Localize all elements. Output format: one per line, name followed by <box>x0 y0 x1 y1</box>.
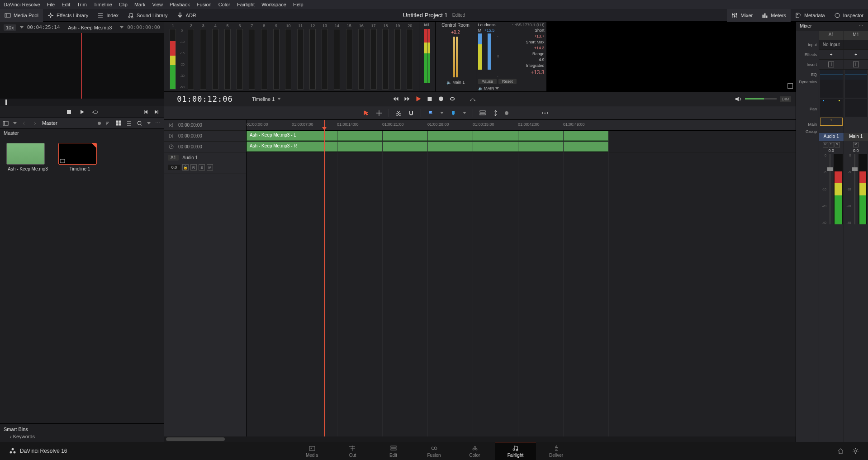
tc-out-row[interactable]: 00:00:00:00 <box>164 131 246 142</box>
record-icon[interactable] <box>438 96 444 102</box>
menu-playback[interactable]: Playback <box>170 2 190 7</box>
timeline-timecode[interactable]: 01:00:12:06 <box>164 95 246 104</box>
rewind-icon[interactable] <box>393 96 398 102</box>
menu-view[interactable]: View <box>152 2 163 7</box>
eq-graph[interactable] <box>820 70 843 80</box>
zoom-level[interactable]: 10x <box>4 24 16 31</box>
tc-in-row[interactable]: 00:00:00:00 <box>164 120 246 131</box>
add-effect-button[interactable]: + <box>819 50 844 60</box>
scrollbar-thumb[interactable] <box>166 437 225 441</box>
loop-icon[interactable] <box>449 96 455 102</box>
mixer-strip-a1[interactable]: A1 No Input + I 1 Audio 1 R S M 0.0 0-5-… <box>819 31 844 442</box>
eq-graph[interactable] <box>845 70 868 80</box>
chevron-down-icon[interactable] <box>20 26 24 28</box>
loop-icon[interactable] <box>92 109 98 115</box>
timeline-playhead[interactable] <box>324 120 325 436</box>
page-tab-fusion[interactable]: Fusion <box>414 442 455 460</box>
dim-button[interactable]: DIM <box>780 96 792 102</box>
metadata-toggle[interactable]: Metadata <box>791 9 830 22</box>
bin-name[interactable]: Master <box>0 128 164 139</box>
page-tab-cut[interactable]: Cut <box>332 442 373 460</box>
flag-icon[interactable] <box>427 110 434 116</box>
menu-file[interactable]: File <box>47 2 55 7</box>
options-icon[interactable]: ⋯ <box>859 23 864 29</box>
current-bin[interactable]: Master <box>42 120 57 126</box>
link-icon[interactable] <box>542 110 548 116</box>
timeline-ruler[interactable]: 01:00:00:0001:00:07:0001:00:14:0001:00:2… <box>247 120 796 131</box>
speaker-icon[interactable] <box>735 96 741 102</box>
next-clip-icon[interactable] <box>153 109 159 115</box>
add-insert-button[interactable]: I <box>844 60 868 70</box>
fader-slider[interactable] <box>852 154 858 224</box>
source-timecode[interactable]: 00:04:25:14 <box>27 24 60 30</box>
timeline-scrollbar[interactable] <box>164 436 796 442</box>
chevron-down-icon[interactable] <box>120 26 123 28</box>
lock-icon[interactable]: 🔒 <box>182 164 189 171</box>
track-lane-a1[interactable]: Ash - Keep Me.mp3 - L Ash - Keep Me.mp3 … <box>247 131 796 152</box>
fader-db[interactable]: 0.0 <box>819 148 844 153</box>
expand-icon[interactable] <box>787 83 793 89</box>
monitor-volume-slider[interactable] <box>745 98 777 100</box>
in-point-marker[interactable] <box>5 100 7 105</box>
media-item-timeline[interactable]: Timeline 1 <box>58 143 101 171</box>
smart-bins-section[interactable]: Smart Bins › Keywords <box>0 423 164 442</box>
menu-help[interactable]: Help <box>293 2 304 7</box>
control-room-output[interactable]: 🔈 Main 1 <box>436 80 476 85</box>
menu-trim[interactable]: Trim <box>77 2 87 7</box>
dot-icon[interactable] <box>505 111 508 115</box>
page-tab-fairlight[interactable]: Fairlight <box>495 442 536 460</box>
crosshair-tool-icon[interactable] <box>376 110 382 116</box>
track-header-a1[interactable]: A1 Audio 1 0.0 🔒 R S M <box>164 152 246 174</box>
menu-app[interactable]: DaVinci Resolve <box>4 2 40 7</box>
marker-icon[interactable] <box>450 110 456 116</box>
add-insert-button[interactable]: I <box>819 60 844 70</box>
fader-db[interactable]: 0.0 <box>844 148 868 153</box>
mute-button[interactable]: M <box>853 142 859 147</box>
solo-button[interactable]: S <box>829 142 834 147</box>
chevron-down-icon[interactable] <box>13 122 17 124</box>
list-view-icon[interactable] <box>126 120 132 126</box>
play-icon[interactable] <box>415 96 421 102</box>
chevron-down-icon[interactable] <box>440 112 444 114</box>
sound-library-toggle[interactable]: Sound Library <box>123 9 172 22</box>
stop-icon[interactable] <box>427 96 432 102</box>
record-arm-button[interactable]: R <box>190 164 197 171</box>
play-icon[interactable] <box>79 109 85 115</box>
strip-name[interactable]: Main 1 <box>844 133 868 141</box>
record-arm-button[interactable]: R <box>823 142 828 147</box>
mute-button[interactable]: M <box>835 142 840 147</box>
tc-dur-row[interactable]: 00:00:00:00 <box>164 142 246 152</box>
loudness-pause-button[interactable]: Pause <box>478 79 497 84</box>
page-tab-edit[interactable]: Edit <box>373 442 414 460</box>
chevron-right-icon[interactable] <box>32 120 38 126</box>
chevron-down-icon[interactable] <box>147 122 151 124</box>
menu-workspace[interactable]: Workspace <box>261 2 286 7</box>
prev-clip-icon[interactable] <box>143 109 149 115</box>
stop-icon[interactable] <box>66 109 72 115</box>
track-name[interactable]: Audio 1 <box>182 155 198 160</box>
dynamics-graph[interactable] <box>820 80 843 98</box>
search-icon[interactable] <box>137 120 142 126</box>
effects-library-toggle[interactable]: Effects Library <box>43 9 93 22</box>
source-scrubber[interactable] <box>0 99 164 106</box>
track-db[interactable]: 0.0 <box>168 165 180 170</box>
menu-edit[interactable]: Edit <box>62 2 70 7</box>
chevron-left-icon[interactable] <box>21 120 27 126</box>
page-tab-color[interactable]: Color <box>455 442 495 460</box>
loudness-reset-button[interactable]: Reset <box>498 79 517 84</box>
home-icon[interactable] <box>837 448 844 455</box>
sort-icon[interactable] <box>105 120 111 126</box>
chevron-down-icon[interactable] <box>463 112 466 114</box>
options-icon[interactable]: ⋯ <box>155 120 161 126</box>
mixer-toggle[interactable]: Mixer <box>727 9 757 22</box>
thumbnail-view-icon[interactable] <box>116 120 122 126</box>
audio-clip-thumbnail[interactable] <box>6 143 45 165</box>
track-layout-icon[interactable] <box>479 110 486 116</box>
pan-graph[interactable] <box>845 99 868 117</box>
source-playhead[interactable] <box>81 33 82 99</box>
media-item-audio[interactable]: Ash - Keep Me.mp3 <box>6 143 49 171</box>
selection-tool-icon[interactable] <box>363 110 370 116</box>
zoom-height-icon[interactable] <box>492 110 498 116</box>
snap-icon[interactable] <box>408 110 414 116</box>
mute-button[interactable]: M <box>207 164 213 171</box>
